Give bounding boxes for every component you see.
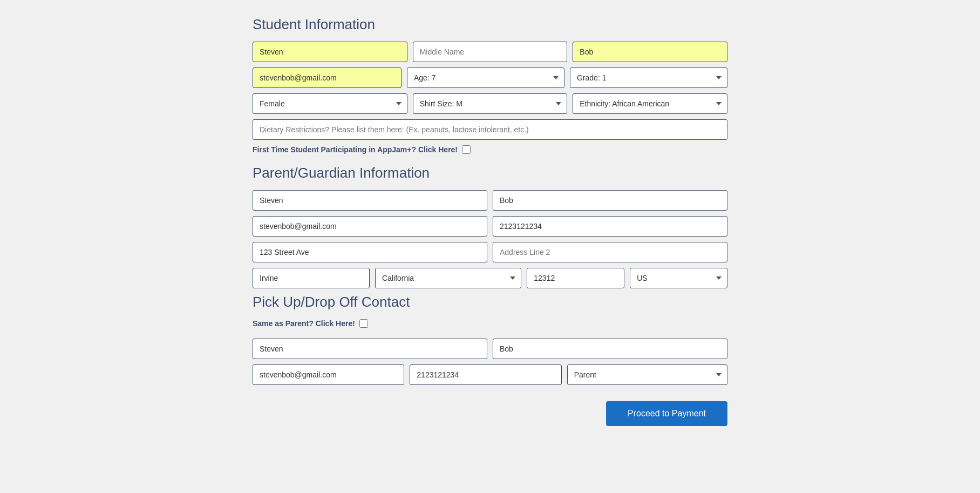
first-time-label: First Time Student Participating in AppJ… [253,145,458,154]
student-email[interactable] [253,67,401,88]
student-gender-select[interactable]: Female Male Other [253,93,407,114]
pickup-email[interactable] [253,364,404,385]
student-info-title: Student Information [253,16,727,33]
student-dietary-restrictions[interactable] [253,119,727,140]
parent-address1[interactable] [253,242,487,262]
student-shirt-size-select[interactable]: Shirt Size: M Shirt Size: S Shirt Size: … [413,93,568,114]
student-first-name[interactable] [253,42,407,62]
parent-country-select[interactable]: US CA GB [630,268,727,288]
pickup-relationship-select[interactable]: Parent Guardian Other [567,364,727,385]
parent-address2[interactable] [493,242,727,262]
parent-phone[interactable] [493,216,727,237]
pickup-last-name[interactable] [493,339,727,359]
parent-zip[interactable] [527,268,624,288]
proceed-to-payment-button[interactable]: Proceed to Payment [606,401,727,426]
student-last-name[interactable] [573,42,727,62]
pickup-phone[interactable] [410,364,561,385]
student-middle-name[interactable] [413,42,568,62]
pickup-first-name[interactable] [253,339,487,359]
same-as-parent-label: Same as Parent? Click Here! [253,319,355,328]
student-ethnicity-select[interactable]: Ethnicity: African American Ethnicity: A… [573,93,727,114]
pickup-info-title: Pick Up/Drop Off Contact [253,294,727,310]
parent-last-name[interactable] [493,190,727,211]
parent-email[interactable] [253,216,487,237]
first-time-checkbox[interactable] [462,145,471,154]
same-as-parent-checkbox[interactable] [359,319,368,328]
parent-info-title: Parent/Guardian Information [253,165,727,181]
parent-state-select[interactable]: California New York Texas [375,268,521,288]
student-grade-select[interactable]: Grade: 1 Grade: K Grade: 2 [570,67,727,88]
parent-city[interactable] [253,268,370,288]
parent-first-name[interactable] [253,190,487,211]
student-age-select[interactable]: Age: 7 Age: 6 Age: 8 [407,67,564,88]
